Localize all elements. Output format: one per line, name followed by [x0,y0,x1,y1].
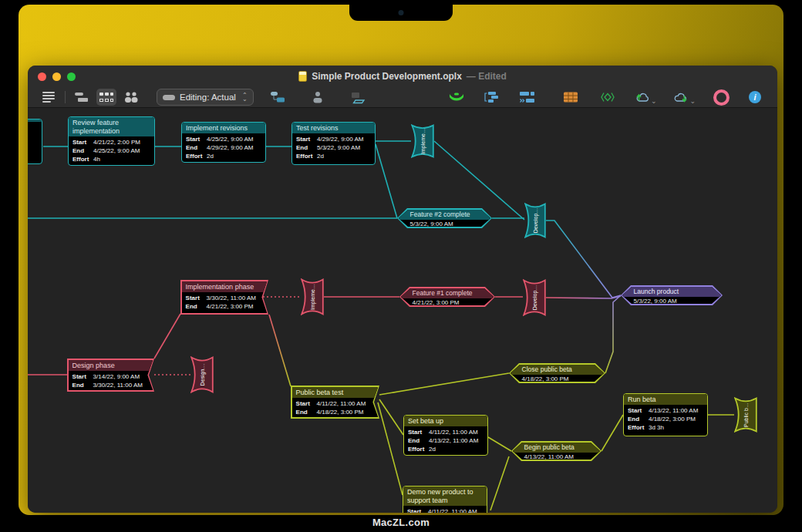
launch-product[interactable]: Launch product5/3/22, 9:00 AM [621,285,723,305]
node-field: Start4/13/22, 11:00 AM [628,406,703,415]
begin-public-beta[interactable]: Begin public beta4/13/22, 11:00 AM [511,441,602,461]
node-field: End4/18/22, 3:00 PM [296,408,375,416]
window-title-area: Simple Product Development.oplx — Edited [28,66,777,87]
flag-label: Impleme… [310,284,315,310]
record-button[interactable] [711,89,731,106]
milestone-title: Close public beta [511,365,605,375]
flag-label: Develop… [533,208,538,234]
clipped-task[interactable] [28,119,42,164]
chevron-down-icon: ⌄ [689,99,696,103]
level-resources-icon [484,91,500,103]
info-icon: i [749,91,761,103]
connector-line [379,373,509,395]
public-beta-test[interactable]: Public beta testStart4/11/22, 11:00 AMEn… [291,386,379,419]
cloud-download-icon [673,91,689,103]
milestone-title: Feature #2 complete [399,210,491,220]
node-field: End4/25/22, 9:00 AM [72,146,150,155]
node-field: Start4/21/22, 2:00 PM [72,138,150,146]
editing-mode-dropdown[interactable]: Editing: Actual ⌃⌄ [157,89,254,106]
task-view-button[interactable] [72,89,92,106]
node-field: Start4/29/22, 9:00 AM [296,135,371,143]
connect-tasks-button[interactable] [268,89,288,106]
milestones-button[interactable] [598,89,618,106]
connector-line [602,415,623,451]
display-notch [349,5,453,21]
node-title: Set beta up [404,416,487,426]
dependency-lines [28,109,777,513]
brand-label: MacZL.com [0,515,802,530]
set-beta-up[interactable]: Set beta upStart4/11/22, 11:00 AMEnd4/13… [403,415,488,456]
connector-line [488,437,511,451]
resource-view-button[interactable] [121,89,141,106]
node-field: Effort2d [186,152,261,160]
split-task-button[interactable] [348,89,368,106]
title-bar: Simple Product Development.oplx — Edited [28,66,777,87]
node-field: Effort4h [72,155,150,163]
catch-up-icon [448,91,465,103]
design-phase[interactable]: Design phaseStart3/14/22, 9:00 AMEnd3/30… [67,359,154,392]
connector-line [546,296,621,298]
task-view-icon [74,91,89,103]
connector-line [269,315,291,386]
task-capsule-icon [163,95,175,100]
milestone-title: Feature #1 complete [401,288,494,298]
chevron-down-icon: ⌄ [651,99,657,103]
flag-label: Impleme… [420,128,426,154]
milestone-date: 4/18/22, 3:00 PM [511,375,605,382]
network-view-icon [99,91,114,103]
milestone-title: Launch product [622,287,722,297]
implement-revisions[interactable]: Implement revisionsStart4/25/22, 9:00 AM… [181,122,266,163]
feature-2-complete[interactable]: Feature #2 complete5/3/22, 9:00 AM [397,208,492,228]
resource-view-icon [123,91,139,103]
network-view-button[interactable] [96,89,116,106]
milestones-icon [600,91,615,103]
node-title: Run beta [624,394,707,405]
node-field: End3/30/22, 11:00 AM [72,381,150,389]
run-beta[interactable]: Run betaStart4/13/22, 11:00 AMEnd4/18/22… [623,393,708,436]
test-revisions[interactable]: Test revisionsStart4/29/22, 9:00 AMEnd5/… [291,122,376,165]
connector-line [154,314,180,359]
flag-label: Design… [200,364,205,386]
connector-line [605,295,621,373]
sync-download-button[interactable]: ⌄ [673,91,696,103]
document-icon [298,71,307,82]
connector-line [490,456,509,510]
level-resources-button[interactable] [482,89,502,106]
node-field: Start4/11/22, 11:00 AM [408,428,484,436]
review-feature-implementation[interactable]: Review feature implementationStart4/21/2… [68,116,155,166]
node-field: Effort3d 3h [628,423,703,432]
laptop-screen: Simple Product Development.oplx — Edited… [19,5,783,515]
group-flag-design-red[interactable]: Design… [190,356,214,393]
view-options-button[interactable] [39,89,59,106]
node-title: Review feature implementation [69,117,154,136]
view-options-icon [41,91,56,104]
group-flag-development-teal[interactable]: Develop… [524,203,546,238]
close-public-beta[interactable]: Close public beta4/18/22, 3:00 PM [509,363,605,383]
node-title: Design phase [69,360,153,371]
split-task-icon [350,91,366,104]
demo-new-product-to-support-team[interactable]: Demo new product to support teamStart4/1… [403,486,487,513]
laptop-hinge: MacZL.com [0,515,802,532]
group-flag-public-beta-olive[interactable]: Public b… [734,397,757,433]
flag-label: Public b… [743,402,749,427]
reschedule-button[interactable] [517,89,537,106]
node-field: End4/13/22, 11:00 AM [408,436,484,445]
group-flag-implementation-red[interactable]: Impleme… [301,278,324,315]
chevron-updown-icon: ⌃⌄ [242,93,248,101]
feature-1-complete[interactable]: Feature #1 complete4/21/22, 3:00 PM [399,287,495,307]
group-flag-implementation-teal[interactable]: Impleme… [411,124,434,158]
implementation-phase[interactable]: Implementation phaseStart3/30/22, 11:00 … [180,280,268,315]
network-canvas[interactable]: Review feature implementationStart4/21/2… [28,109,777,513]
custom-data-table-button[interactable] [561,89,581,106]
publish-upload-button[interactable]: ⌄ [635,91,657,103]
node-title: Implementation phase [182,281,268,292]
inspector-info-button[interactable]: i [745,89,765,106]
catch-up-button[interactable] [446,89,467,106]
node-field: End4/29/22, 9:00 AM [186,143,261,152]
reschedule-icon [519,91,535,103]
node-title: Demo new product to support team [403,487,487,506]
group-flag-development-red[interactable]: Develop… [523,279,546,316]
assign-resource-button[interactable] [308,89,328,106]
custom-data-table-icon [563,91,578,103]
node-field: Effort2d [296,152,371,160]
